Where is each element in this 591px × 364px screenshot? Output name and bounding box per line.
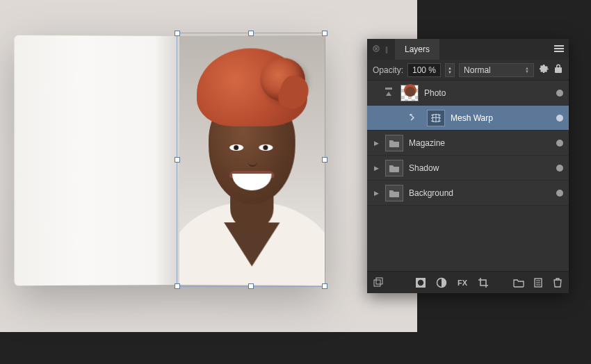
layer-list: Photo Mesh Warp ▶ Magazine ▶ [367,81,569,271]
blend-mode-value: Normal [464,65,491,75]
tab-layers-label: Layers [405,44,430,54]
layer-row-magazine[interactable]: ▶ Magazine [367,131,569,156]
folder-icon [385,160,403,176]
tab-layers[interactable]: Layers [395,39,439,60]
new-layer-button[interactable] [533,277,544,288]
hamburger-icon [554,45,564,52]
layer-name[interactable]: Magazine [409,138,551,148]
panel-header: || Layers [367,39,569,60]
dropdown-chevron-icon: ▲▼ [525,67,529,74]
layer-row-mesh-warp[interactable]: Mesh Warp [367,106,569,131]
add-fx-button[interactable]: FX [457,277,468,288]
merge-layers-button[interactable] [373,277,384,288]
panel-grip-icon[interactable]: || [385,46,395,53]
mesh-warp-icon [427,110,445,126]
magazine-mockup [15,36,324,285]
blend-mode-dropdown[interactable]: Normal ▲▼ [459,63,534,77]
opacity-label: Opacity: [373,65,403,75]
svg-point-7 [418,279,423,285]
expand-chevron-icon[interactable]: ▶ [373,140,380,147]
folder-icon [385,185,403,201]
visibility-dot-icon[interactable] [556,90,563,97]
add-adjustment-button[interactable] [436,277,447,288]
panel-menu-button[interactable] [549,44,569,54]
app-background-dark-bottom [0,332,591,364]
layer-expand-toggle[interactable] [382,85,395,101]
layer-row-shadow[interactable]: ▶ Shadow [367,156,569,181]
move-cursor-icon [406,113,421,124]
layer-name[interactable]: Shadow [409,163,551,173]
opacity-value-input[interactable]: 100 % [407,63,441,77]
expand-chevron-icon[interactable]: ▶ [373,190,380,197]
photo-portrait [179,35,325,286]
crop-button[interactable] [478,277,489,288]
handle-top-left[interactable] [175,31,180,36]
lock-button[interactable] [553,63,563,76]
canvas-backdrop [0,0,417,332]
layer-name[interactable]: Mesh Warp [451,113,551,123]
visibility-dot-icon[interactable] [556,190,563,197]
svg-rect-3 [385,88,392,90]
add-mask-button[interactable] [415,277,426,288]
layer-name[interactable]: Photo [424,88,551,98]
folder-icon [385,135,403,151]
visibility-dot-icon[interactable] [556,165,563,172]
layer-options-bar: Opacity: 100 % ▲▼ Normal ▲▼ [367,60,569,81]
panel-footer: FX [367,271,569,293]
layer-name[interactable]: Background [409,188,551,198]
layer-row-photo[interactable]: Photo [367,81,569,106]
magazine-right-page [179,35,325,286]
svg-rect-4 [374,280,380,286]
magazine-left-page [15,35,179,286]
layer-thumbnail-photo[interactable] [400,85,419,101]
delete-layer-button[interactable] [552,277,563,288]
layer-row-background[interactable]: ▶ Background [367,181,569,206]
opacity-stepper[interactable]: ▲▼ [445,63,455,77]
layers-panel: || Layers Opacity: 100 % ▲▼ Normal ▲▼ [367,39,569,293]
visibility-dot-icon[interactable] [556,115,563,122]
layer-settings-button[interactable] [538,63,549,76]
expand-chevron-icon[interactable]: ▶ [373,165,380,172]
new-group-button[interactable] [513,277,524,288]
svg-rect-5 [376,278,382,284]
visibility-dot-icon[interactable] [556,140,563,147]
panel-close-button[interactable] [367,44,385,54]
